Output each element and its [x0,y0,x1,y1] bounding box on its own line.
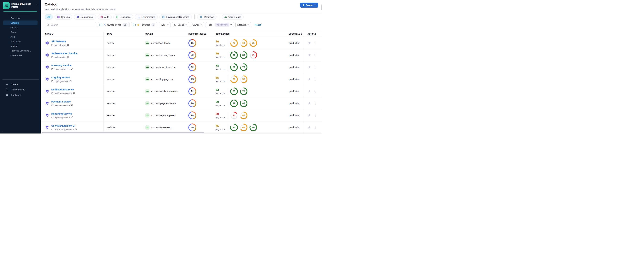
tags-filter-dropdown[interactable]: Tags 01 selected [206,22,234,28]
kebab-menu-icon[interactable] [314,53,316,57]
favorite-star-icon[interactable] [308,65,311,69]
tab-environment-blueprints[interactable]: Environment Blueprints [160,14,192,20]
search-input[interactable] [50,24,94,26]
entity-name-link[interactable]: Payment Service [51,100,70,103]
search-input-wrapper[interactable] [45,22,96,28]
resources-icon [116,16,118,18]
type-filter-dropdown[interactable]: Type [159,22,170,28]
lifecycle-filter-dropdown[interactable]: Lifecycle [236,22,251,28]
tab-user-groups[interactable]: User Groups [222,14,244,20]
copy-icon[interactable] [74,128,77,130]
create-button[interactable]: Create [300,2,318,8]
sidebar-item-workflows[interactable]: Workflows [3,39,38,44]
copy-icon[interactable] [67,56,69,58]
scorecard-ring[interactable]: 80 [240,51,248,59]
entity-name-link[interactable]: Reporting Service [51,112,72,115]
tab-systems[interactable]: Systems [54,14,72,20]
tab-apis[interactable]: APIs [98,14,112,20]
scorecard-ring[interactable]: 80 [230,124,238,131]
favorite-star-icon[interactable] [308,90,311,93]
scorecard-ring[interactable]: 90 [230,51,238,59]
scorecard-ring[interactable]: 80 [250,124,257,131]
horizontal-scrollbar[interactable] [42,132,204,133]
kebab-menu-icon[interactable] [314,126,316,129]
tab-resources[interactable]: Resources [113,14,133,20]
entity-name-link[interactable]: Authentication Service [51,52,78,55]
sidebar-item-random[interactable]: random [3,44,38,48]
sidebar-item-create[interactable]: Create [3,25,38,30]
page-header: Catalog Keep track of applications, serv… [41,0,322,12]
kebab-menu-icon[interactable] [314,113,316,117]
kebab-menu-icon[interactable] [314,101,316,105]
scorecard-ring[interactable]: 55 [240,76,248,83]
entity-name-link[interactable]: API Gateway [51,40,66,43]
scorecard-ring[interactable]: 76 [240,64,248,71]
copy-icon[interactable] [73,92,75,94]
favorite-star-icon[interactable] [308,114,311,117]
copy-icon[interactable] [71,68,73,70]
favorite-star-icon[interactable] [308,77,311,81]
scorecard-ring[interactable]: 65 [240,112,248,119]
sidebar-item-configure[interactable]: Configure [0,92,41,98]
column-header-label: OWNER [145,33,153,35]
kebab-menu-icon[interactable] [314,41,316,45]
favorite-star-icon[interactable] [308,53,311,57]
column-header-lifecycle[interactable]: LIFECYCLE [289,31,304,37]
scorecard-ring[interactable]: 60 [240,39,248,47]
owned-by-me-filter[interactable]: Owned by me 21 [98,22,130,28]
entity-name-link[interactable]: Inventory Service [51,64,72,67]
tab-components[interactable]: Components [74,14,96,20]
favorites-label: Favorites [141,24,150,26]
owner-filter-dropdown[interactable]: Owner [190,22,204,28]
sidebar-item-apis[interactable]: APIs [3,34,38,39]
column-header-name[interactable]: NAME [41,31,104,37]
sidebar-item-overview[interactable]: Overview [3,16,38,20]
kebab-menu-icon[interactable] [314,77,316,81]
scope-filter-dropdown[interactable]: Scope [172,22,189,28]
hexagons-icon [138,16,140,18]
owned-by-me-checkbox[interactable] [100,24,102,26]
favorites-filter[interactable]: Favorites 0 [131,22,157,28]
scorecard-ring[interactable]: 83 [240,100,248,107]
favorite-star-icon[interactable] [308,41,311,45]
sidebar-item-harness-develope[interactable]: Harness Develope... [3,48,38,53]
entity-name-link[interactable]: Logging Service [51,76,70,79]
scorecard-ring[interactable]: 65 [240,124,248,131]
copy-icon[interactable] [70,80,72,82]
kebab-menu-icon[interactable] [314,65,316,69]
copy-icon[interactable] [71,116,73,118]
sidebar-item-docs[interactable]: Docs [3,30,38,34]
favorite-star-icon[interactable] [308,126,311,129]
tab-all[interactable]: All [45,14,53,20]
vertical-scrollbar[interactable] [321,4,322,10]
kebab-menu-icon[interactable] [314,89,316,93]
scorecard-ring[interactable]: 70 [230,76,238,83]
entity-name-link[interactable]: User Management UI [51,124,75,127]
sidebar-item-catalog[interactable]: Catalog [3,20,38,25]
scorecard-value: 60 [240,39,248,47]
scorecard-ring[interactable]: 14 [230,112,238,119]
scorecard-ring[interactable]: 75 [230,39,238,47]
scorecard-ring[interactable]: 41 [250,51,257,59]
favorite-star-icon[interactable] [308,102,311,105]
sidebar-item-environments[interactable]: Environments [0,87,41,92]
reset-filters-link[interactable]: Reset [255,24,261,26]
chevron-down-icon [200,24,202,26]
tab-environments[interactable]: Environments [135,14,158,20]
tab-workflows[interactable]: Workflows [197,14,216,20]
scorecard-ring[interactable]: 85 [230,88,238,95]
blueprint-icon [162,16,164,18]
entity-name-link[interactable]: Notification Service [51,88,74,91]
scorecard-ring[interactable]: 92 [230,100,238,107]
copy-icon[interactable] [71,104,73,106]
scorecard-ring[interactable]: 80 [230,64,238,71]
copy-icon[interactable] [67,44,69,46]
scorecard-ring[interactable]: 75 [250,39,257,47]
scorecard-value: 85 [230,88,238,95]
favorites-checkbox[interactable] [133,24,136,26]
apis-icon [100,16,103,18]
scorecard-ring[interactable]: 78 [240,88,248,95]
nine-dot-grid-icon[interactable] [36,4,38,8]
sidebar-item-code-pulse[interactable]: Code Pulse [3,53,38,58]
sidebar-item-create[interactable]: Create [0,82,41,87]
